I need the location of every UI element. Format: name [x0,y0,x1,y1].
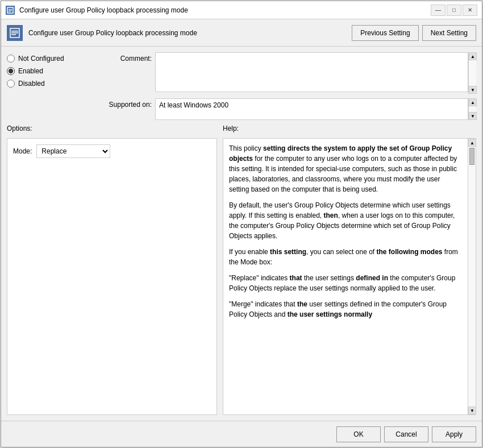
comment-scrollbar: ▲ ▼ [468,52,476,94]
comment-label: Comment: [101,52,152,63]
radio-not-configured-label: Not Configured [18,55,64,63]
previous-setting-button[interactable]: Previous Setting [352,25,418,41]
section-labels: Options: Help: [7,125,476,135]
ok-button[interactable]: OK [336,426,381,442]
main-window: Configure user Group Policy loopback pro… [1,1,482,447]
radio-disabled-label: Disabled [18,80,45,88]
help-para-2: By default, the user's Group Policy Obje… [229,200,462,241]
cancel-button[interactable]: Cancel [384,426,428,442]
footer: OK Cancel Apply [1,421,482,447]
header-bar: Configure user Group Policy loopback pro… [1,19,482,47]
supported-on-row: Supported on: At least Windows 2000 ▲ ▼ [101,98,476,120]
help-scroll-track [468,147,476,406]
comment-scroll-wrapper: ▲ ▼ [155,52,476,94]
help-para-3: If you enable this setting, you can sele… [229,247,462,267]
supported-on-label: Supported on: [101,98,152,109]
help-scroll-up[interactable]: ▲ [468,139,476,147]
svg-rect-1 [9,9,12,10]
mode-select[interactable]: Replace Merge [36,144,110,158]
right-section: Comment: ▲ ▼ Supported on: At least Wind… [101,52,476,120]
next-setting-button[interactable]: Next Setting [422,25,476,41]
svg-rect-7 [11,34,16,35]
supported-on-value: At least Windows 2000 [155,98,468,120]
comment-row: Comment: ▲ ▼ [101,52,476,94]
svg-rect-3 [9,11,11,12]
supported-scroll-down[interactable]: ▼ [469,112,477,120]
help-scroll-thumb[interactable] [469,148,474,165]
maximize-button[interactable]: □ [447,5,461,16]
top-section: Not Configured Enabled Disabled Comment: [7,52,476,120]
mode-row: Mode: Replace Merge [13,144,211,158]
radio-not-configured-input[interactable] [7,55,15,63]
close-button[interactable]: ✕ [463,5,477,16]
header-buttons: Previous Setting Next Setting [352,25,476,41]
mode-label: Mode: [13,147,32,155]
help-text-content: This policy setting directs the system t… [223,139,468,414]
radio-not-configured[interactable]: Not Configured [7,55,95,63]
main-content: Not Configured Enabled Disabled Comment: [1,47,482,421]
bottom-section: Mode: Replace Merge This policy setting … [7,138,476,415]
svg-rect-2 [9,10,12,11]
title-bar: Configure user Group Policy loopback pro… [1,1,482,19]
header-title: Configure user Group Policy loopback pro… [28,29,352,37]
radio-group: Not Configured Enabled Disabled [7,52,95,120]
supported-scroll-track [469,106,476,112]
help-scroll-down[interactable]: ▼ [468,406,476,414]
comment-textarea[interactable] [155,52,468,92]
radio-enabled-input[interactable] [7,67,15,75]
window-controls: — □ ✕ [431,5,477,16]
help-panel: This policy setting directs the system t… [223,138,476,415]
window-icon [6,6,15,15]
comment-scroll-up[interactable]: ▲ [469,52,477,60]
comment-scroll-down[interactable]: ▼ [469,86,477,94]
help-para-1: This policy setting directs the system t… [229,143,462,194]
minimize-button[interactable]: — [431,5,445,16]
radio-enabled[interactable]: Enabled [7,67,95,75]
help-section-label: Help: [223,125,476,135]
window-title: Configure user Group Policy loopback pro… [19,6,431,14]
help-para-4: "Replace" indicates that the user settin… [229,273,462,293]
radio-disabled[interactable]: Disabled [7,80,95,88]
svg-rect-6 [11,32,18,34]
supported-scrollbar: ▲ ▼ [468,98,476,120]
radio-disabled-input[interactable] [7,80,15,88]
options-panel: Mode: Replace Merge [7,138,217,415]
svg-rect-5 [11,31,18,32]
help-para-5: "Merge" indicates that the user settings… [229,299,462,320]
supported-scroll-wrapper: At least Windows 2000 ▲ ▼ [155,98,476,120]
supported-scroll-up[interactable]: ▲ [469,98,477,106]
options-section-label: Options: [7,125,217,135]
comment-scroll-track [469,60,476,86]
apply-button[interactable]: Apply [432,426,476,442]
header-icon [7,25,23,41]
radio-enabled-label: Enabled [18,67,43,75]
help-scrollbar: ▲ ▼ [468,139,476,414]
